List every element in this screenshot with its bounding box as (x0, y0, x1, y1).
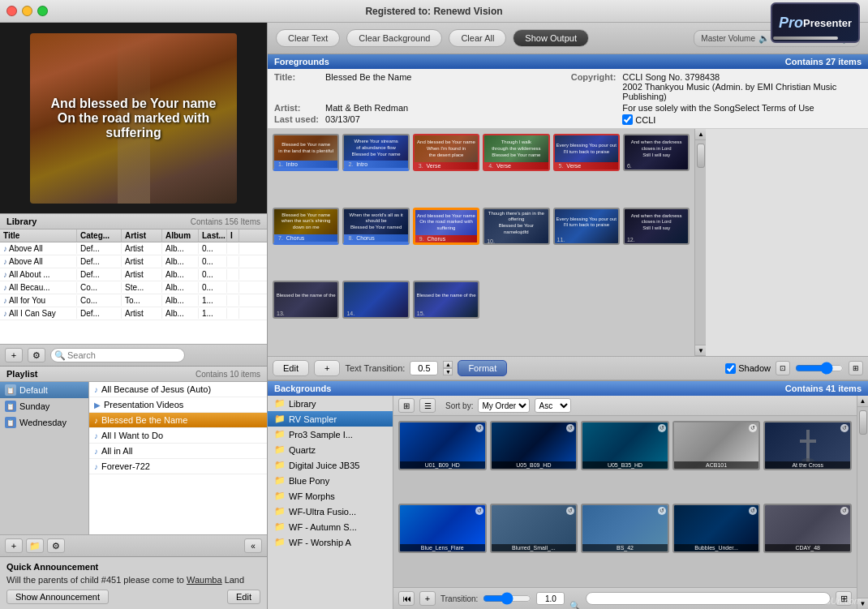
bg-thumb-blurred[interactable]: ↺ Blurred_Small_... (490, 504, 578, 553)
shadow-checkbox[interactable] (725, 363, 736, 374)
clear-all-button[interactable]: Clear All (449, 29, 506, 47)
slide-thumb-11[interactable]: Every blessing You pour outI'll turn bac… (553, 208, 620, 245)
bg-source-wfautumn[interactable]: 📁 WF - Autumn S... (268, 519, 393, 534)
bg-thumb-at-the-cross[interactable]: ↺ At the Cross (763, 421, 852, 470)
ccli-checkbox[interactable] (622, 114, 633, 125)
bg-source-wfmorphs[interactable]: 📁 WF Morphs (268, 488, 393, 504)
ccli-checkbox-label[interactable]: CCLI (622, 114, 862, 125)
minimize-button[interactable] (22, 6, 32, 16)
library-add-button[interactable]: + (5, 348, 23, 362)
library-toolbar: + ⚙ 🔍 (0, 344, 267, 366)
show-output-button[interactable]: Show Output (513, 29, 589, 47)
playlist-collapse-button[interactable]: « (244, 538, 262, 553)
sort-direction-select[interactable]: Asc Desc (535, 398, 571, 413)
list-item[interactable]: ♪ All in All (89, 444, 267, 459)
bg-search-input[interactable] (586, 592, 831, 605)
scroll-down-arrow[interactable]: ▼ (695, 345, 706, 356)
transition-stepper[interactable]: ▲ ▼ (443, 361, 453, 375)
slide-thumb-6[interactable]: And when the darknesscloses in LordStill… (623, 134, 690, 171)
bg-source-digitaljuice[interactable]: 📁 Digital Juice JB35 (268, 457, 393, 473)
bg-thumb-acb101[interactable]: ↺ ACB101 (672, 421, 761, 470)
slide-expand-button[interactable]: ⊡ (776, 361, 790, 375)
bg-transition-value[interactable] (536, 592, 565, 605)
scroll-thumb[interactable] (697, 144, 705, 168)
clear-background-button[interactable]: Clear Background (346, 29, 442, 47)
bg-source-bluepony[interactable]: 📁 Blue Pony (268, 473, 393, 488)
maximize-button[interactable] (37, 6, 48, 16)
window-controls[interactable] (6, 6, 48, 16)
sidebar-item-sunday[interactable]: 📋 Sunday (0, 398, 88, 414)
bg-transition-slider[interactable] (483, 592, 531, 605)
slide-thumb-3[interactable]: And blessed be Your nameWhen I'm found i… (413, 134, 479, 171)
bg-source-wfworship[interactable]: 📁 WF - Worship A (268, 534, 393, 550)
search-input[interactable] (50, 348, 185, 362)
playlist-folder-button[interactable]: 📁 (26, 538, 44, 553)
show-announcement-button[interactable]: Show Announcement (6, 590, 109, 604)
slide-thumb-15[interactable]: Blessed be the name of the 15. (413, 281, 479, 318)
slide-expand-right-button[interactable]: ⊞ (849, 361, 863, 375)
bg-thumb-bubbles[interactable]: ↺ Bubbles_Under... (672, 504, 761, 553)
table-row[interactable]: ♪All Becau... Co... Ste... Alb... 0... (0, 281, 267, 294)
sidebar-item-wednesday[interactable]: 📋 Wednesday (0, 414, 88, 431)
slide-thumb-1[interactable]: Blessed be Your namein the land that is … (273, 134, 339, 171)
scroll-up-arrow[interactable]: ▲ (695, 129, 706, 140)
table-row[interactable]: ♪All I Can Say Def... Artist Alb... 1... (0, 307, 267, 320)
playlist-settings-button[interactable]: ⚙ (47, 538, 65, 553)
volume-slider[interactable] (773, 36, 838, 40)
bg-source-library[interactable]: 📁 Library (268, 396, 393, 411)
list-item[interactable]: ♪ All Because of Jesus (Auto) (89, 382, 267, 397)
add-slide-button[interactable]: + (314, 360, 340, 376)
list-item[interactable]: ♪ All I Want to Do (89, 428, 267, 444)
bg-thumb-blue-lens[interactable]: ↺ Blue_Lens_Flare (398, 504, 487, 553)
slide-thumb-9[interactable]: And blessed be Your nameOn the road mark… (413, 208, 479, 245)
list-item[interactable]: ▶ Presentation Videos (89, 397, 267, 413)
slide-thumb-14[interactable]: 14. (342, 281, 409, 318)
bg-source-wfultrafusio[interactable]: 📁 WF-Ultra Fusio... (268, 504, 393, 519)
grid-view-button[interactable]: ⊞ (398, 398, 415, 413)
clear-text-button[interactable]: Clear Text (276, 29, 340, 47)
bg-scroll-up[interactable]: ▲ (857, 396, 868, 407)
slide-thumb-2[interactable]: Where Your streamsof abundance flowBless… (342, 134, 409, 171)
edit-announcement-button[interactable]: Edit (227, 590, 260, 604)
format-button[interactable]: Format (458, 360, 507, 376)
list-view-button[interactable]: ☰ (419, 398, 436, 413)
shadow-slider[interactable] (795, 362, 844, 375)
transition-input[interactable] (410, 361, 438, 375)
table-row[interactable]: ♪All About ... Def... Artist Alb... 0... (0, 268, 267, 281)
slide-thumb-12[interactable]: And when the darknesscloses in LordStill… (623, 208, 690, 245)
bg-scrollbar[interactable]: ▲ ▼ (857, 396, 868, 609)
table-row[interactable]: ♪Above All Def... Artist Alb... 0... (0, 242, 267, 255)
sort-order-select[interactable]: My Order Name Date (478, 398, 530, 413)
slide-thumb-5[interactable]: Every blessing You pour outI'll turn bac… (553, 134, 620, 171)
bg-add-button[interactable]: + (419, 591, 436, 606)
bg-source-quartz[interactable]: 📁 Quartz (268, 442, 393, 457)
slide-thumb-8[interactable]: When the world's all as itshould beBless… (342, 208, 409, 245)
table-row[interactable]: ♪Above All Def... Artist Alb... 0... (0, 255, 267, 268)
bg-thumb-u05b09[interactable]: ↺ U05_B09_HD (490, 421, 578, 470)
bg-scroll-thumb[interactable] (859, 410, 867, 435)
row-i (227, 243, 239, 254)
list-item[interactable]: ♪ Forever-722 (89, 459, 267, 474)
bg-prev-button[interactable]: ⏮ (398, 591, 415, 606)
bg-thumb-u01[interactable]: ↺ U01_B09_HD (398, 421, 487, 470)
close-button[interactable] (6, 6, 17, 16)
list-item-selected[interactable]: ♪ Blessed Be the Name (89, 413, 267, 428)
bg-source-pro3[interactable]: 📁 Pro3 Sample I... (268, 427, 393, 442)
slide-thumb-10[interactable]: Though there's pain in theofferingBlesse… (483, 208, 549, 245)
bg-thumb-bs42[interactable]: ↺ BS_42 (581, 504, 669, 553)
table-row[interactable]: ♪All for You Co... To... Alb... 1... (0, 294, 267, 307)
edit-slide-button[interactable]: Edit (273, 360, 309, 376)
bg-source-rv-sampler[interactable]: 📁 RV Sampler (268, 411, 393, 427)
slide-thumb-13[interactable]: Blessed be the name of the 13. (273, 281, 339, 318)
stepper-up[interactable]: ▲ (443, 361, 453, 368)
bg-thumb-u05b35[interactable]: ↺ U05_B35_HD (581, 421, 669, 470)
sidebar-item-default[interactable]: 📋 Default (0, 382, 88, 398)
bg-thumb-cday48[interactable]: ↺ CDAY_48 (763, 504, 852, 553)
stepper-down[interactable]: ▼ (443, 368, 453, 375)
playlist-sources: 📋 Default 📋 Sunday 📋 Wednesday (0, 382, 89, 534)
slide-grid-scrollbar[interactable]: ▲ ▼ (694, 129, 706, 356)
slide-thumb-4[interactable]: Though I walkthrough the wildernessBless… (483, 134, 549, 171)
playlist-add-button[interactable]: + (5, 538, 23, 553)
library-settings-button[interactable]: ⚙ (28, 348, 45, 362)
slide-thumb-7[interactable]: Blessed be Your namewhen the sun's shini… (273, 208, 339, 245)
